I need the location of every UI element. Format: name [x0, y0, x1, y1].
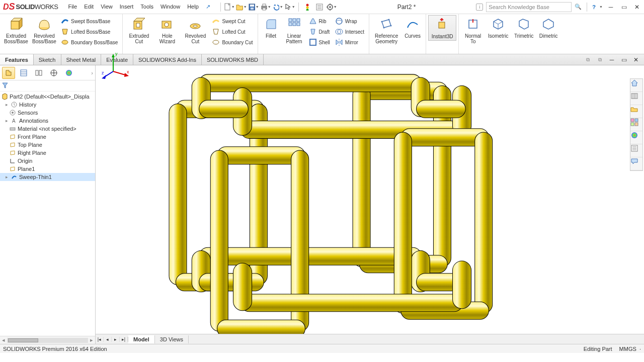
- revolved-cut-button[interactable]: Revolved Cut: [181, 15, 209, 45]
- revolved-boss-button[interactable]: Revolved Boss/Base: [30, 15, 58, 45]
- svg-rect-107: [635, 123, 638, 126]
- bottom-tab-model[interactable]: Model: [128, 335, 155, 343]
- close-button[interactable]: ✕: [632, 3, 642, 12]
- swept-boss-button[interactable]: Swept Boss/Base: [59, 16, 119, 26]
- triad-y-label: y: [115, 51, 118, 56]
- draft-button[interactable]: Draft: [307, 27, 332, 37]
- tree-front-plane[interactable]: Front Plane: [0, 133, 95, 141]
- task-home-icon[interactable]: [630, 79, 642, 92]
- normal-to-button[interactable]: Normal To: [461, 15, 485, 45]
- restore-button[interactable]: ▭: [619, 3, 629, 12]
- filter-funnel-icon[interactable]: [2, 82, 8, 89]
- task-view-palette-icon[interactable]: [630, 118, 642, 131]
- open-button[interactable]: ▼: [236, 2, 247, 13]
- bt-prev-icon[interactable]: ◂: [104, 337, 112, 342]
- fm-tab-dim-icon[interactable]: [47, 67, 60, 79]
- isometric-button[interactable]: Isometric: [485, 15, 511, 40]
- fm-scrollbar[interactable]: ◂ ▸: [0, 336, 95, 344]
- task-explorer-icon[interactable]: [630, 105, 642, 118]
- tree-sensors[interactable]: Sensors: [0, 109, 95, 117]
- tree-root[interactable]: Part2 (Default<<Default>_Displa: [0, 93, 95, 101]
- task-library-icon[interactable]: [630, 92, 642, 105]
- mirror-button[interactable]: Mirror: [334, 37, 366, 47]
- mirror-label: Mirror: [345, 40, 358, 45]
- menu-file[interactable]: File: [65, 2, 80, 12]
- fm-tab-tree-icon[interactable]: [2, 67, 15, 79]
- tab-features[interactable]: Features: [0, 54, 34, 65]
- tree-origin[interactable]: Origin: [0, 157, 95, 165]
- task-forum-icon[interactable]: [630, 157, 642, 170]
- tree-top-plane[interactable]: Top Plane: [0, 141, 95, 149]
- menu-edit[interactable]: Edit: [81, 2, 97, 12]
- fm-tab-appearance-icon[interactable]: [62, 67, 75, 79]
- intersect-button[interactable]: Intersect: [334, 27, 366, 37]
- extruded-boss-button[interactable]: Extruded Boss/Base: [2, 15, 30, 45]
- hole-wizard-button[interactable]: Hole Wizard: [153, 15, 181, 45]
- help-button[interactable]: ?: [592, 4, 596, 10]
- menu-pin-icon[interactable]: ↗: [203, 2, 213, 12]
- fm-tab-config-icon[interactable]: [32, 67, 45, 79]
- trimetric-button[interactable]: Trimetric: [511, 15, 536, 40]
- wrap-button[interactable]: Wrap: [334, 16, 366, 26]
- search-input[interactable]: Search Knowledge Base: [486, 2, 572, 12]
- menu-insert[interactable]: Insert: [117, 2, 137, 12]
- instant3d-button[interactable]: Instant3D: [428, 15, 456, 41]
- rib-button[interactable]: Rib: [307, 16, 332, 26]
- extruded-cut-button[interactable]: Extruded Cut: [125, 15, 153, 45]
- isometric-label: Isometric: [488, 33, 509, 39]
- undo-button[interactable]: ▼: [272, 2, 283, 13]
- tab-sketch[interactable]: Sketch: [34, 54, 61, 65]
- tree-material[interactable]: Material <not specified>: [0, 125, 95, 133]
- svg-rect-36: [310, 39, 316, 45]
- fm-tab-property-icon[interactable]: [17, 67, 30, 79]
- boundary-boss-button[interactable]: Boundary Boss/Base: [59, 37, 119, 47]
- tab-sheetmetal[interactable]: Sheet Metal: [61, 54, 102, 65]
- tree-sensors-label: Sensors: [18, 110, 38, 116]
- svg-point-28: [193, 25, 197, 27]
- svg-rect-5: [263, 4, 266, 6]
- rebuild-button[interactable]: [302, 2, 313, 13]
- bt-last-icon[interactable]: ▸|: [120, 337, 128, 342]
- menu-help[interactable]: Help: [184, 2, 202, 12]
- tree-annotations[interactable]: ▸AAnnotations: [0, 117, 95, 125]
- lofted-boss-button[interactable]: Lofted Boss/Base: [59, 27, 119, 37]
- trimetric-label: Trimetric: [514, 33, 534, 39]
- fm-expand-icon[interactable]: ›: [91, 70, 93, 76]
- print-button[interactable]: ▼: [260, 2, 271, 13]
- search-info-icon[interactable]: i: [476, 4, 483, 11]
- tree-sweep-thin1[interactable]: ▸Sweep-Thin1: [0, 173, 95, 181]
- task-appearance-icon[interactable]: [630, 131, 642, 144]
- select-button[interactable]: ▼: [284, 2, 295, 13]
- tree-plane1[interactable]: Plane1: [0, 165, 95, 173]
- logo-text-solid: SOLID: [16, 3, 35, 11]
- search-go-icon[interactable]: 🔍: [575, 4, 582, 10]
- orientation-triad[interactable]: y x z: [101, 50, 644, 329]
- graphics-viewport[interactable]: y x z |◂ ◂ ▸ ▸| Model 3D Views: [96, 65, 644, 344]
- bt-first-icon[interactable]: |◂: [96, 337, 104, 342]
- fillet-button[interactable]: Fillet: [260, 15, 282, 40]
- tree-history[interactable]: ▸History: [0, 101, 95, 109]
- boundary-cut-button[interactable]: Boundary Cut: [210, 37, 254, 47]
- instant3d-label: Instant3D: [432, 34, 453, 39]
- shell-button[interactable]: Shell: [307, 37, 332, 47]
- doc-props-button[interactable]: [314, 2, 325, 13]
- save-button[interactable]: ▼: [248, 2, 259, 13]
- lofted-cut-button[interactable]: Lofted Cut: [210, 27, 254, 37]
- tree-right-plane[interactable]: Right Plane: [0, 149, 95, 157]
- bottom-tab-3dviews[interactable]: 3D Views: [155, 335, 189, 343]
- status-units[interactable]: MMGS ·: [619, 346, 641, 352]
- bt-next-icon[interactable]: ▸: [112, 337, 120, 342]
- ref-geometry-button[interactable]: Reference Geometry: [371, 15, 401, 45]
- options-button[interactable]: ▼: [326, 2, 337, 13]
- dimetric-button[interactable]: Dimetric: [536, 15, 560, 40]
- linear-pattern-button[interactable]: Linear Pattern: [282, 15, 306, 45]
- menu-tools[interactable]: Tools: [137, 2, 156, 12]
- minimize-button[interactable]: ─: [606, 3, 616, 12]
- curves-button[interactable]: Curves: [401, 15, 424, 40]
- menu-view[interactable]: View: [98, 2, 116, 12]
- menu-window[interactable]: Window: [157, 2, 183, 12]
- task-custom-props-icon[interactable]: [630, 144, 642, 157]
- svg-rect-53: [39, 70, 42, 75]
- new-doc-button[interactable]: ▼: [224, 2, 235, 13]
- swept-cut-button[interactable]: Swept Cut: [210, 16, 254, 26]
